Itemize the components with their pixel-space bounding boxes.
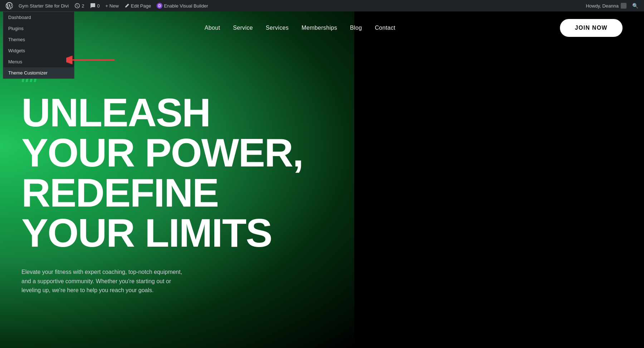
site-name[interactable]: Gym Starter Site for Divi [16, 0, 72, 11]
site-header: About Service Services Memberships Blog … [0, 11, 644, 44]
hero-slashes: //// [21, 66, 623, 86]
menu-item-menus[interactable]: Menus [3, 56, 74, 67]
admin-bar-right: Howdy, Deanna 🔍 [583, 0, 641, 11]
admin-search-button[interactable]: 🔍 [629, 0, 641, 11]
wp-dropdown-menu: Dashboard Plugins Themes Widgets Menus T… [3, 11, 74, 79]
user-avatar [621, 3, 626, 9]
nav-memberships[interactable]: Memberships [302, 25, 337, 31]
comments-count: 0 [97, 3, 99, 9]
new-content-button[interactable]: + New [103, 0, 122, 11]
hero-subtext: Elevate your fitness with expert coachin… [21, 267, 182, 295]
nav-service[interactable]: Service [233, 25, 253, 31]
edit-page-button[interactable]: Edit Page [122, 0, 154, 11]
menu-item-widgets[interactable]: Widgets [3, 45, 74, 56]
divi-icon: D [157, 3, 162, 9]
menu-item-themes[interactable]: Themes [3, 34, 74, 45]
edit-page-label: Edit Page [131, 3, 151, 9]
comments-button[interactable]: 0 [87, 0, 102, 11]
nav-services[interactable]: Services [266, 25, 289, 31]
menu-item-plugins[interactable]: Plugins [3, 23, 74, 34]
menu-item-theme-customizer[interactable]: Theme Customizer [3, 67, 74, 78]
howdy-text: Howdy, Deanna [586, 3, 619, 9]
nav-contact[interactable]: Contact [375, 25, 395, 31]
hero-section: //// UNLEASH YOUR POWER, REDEFINE YOUR L… [0, 44, 644, 309]
nav-about[interactable]: About [205, 25, 220, 31]
menu-item-dashboard[interactable]: Dashboard [3, 12, 74, 23]
arrow-annotation [66, 53, 116, 67]
user-menu[interactable]: Howdy, Deanna [583, 0, 629, 11]
site-nav: About Service Services Memberships Blog … [40, 25, 560, 31]
revisions-count: 2 [82, 3, 84, 9]
divi-builder-button[interactable]: D Enable Visual Builder [154, 0, 211, 11]
divi-label: Enable Visual Builder [164, 3, 208, 9]
hero-headline: UNLEASH YOUR POWER, REDEFINE YOUR LIMITS [21, 93, 308, 253]
wp-logo-button[interactable]: Dashboard Plugins Themes Widgets Menus T… [3, 0, 16, 11]
admin-bar: Dashboard Plugins Themes Widgets Menus T… [0, 0, 644, 11]
join-now-button[interactable]: JOIN NOW [560, 19, 623, 37]
nav-blog[interactable]: Blog [350, 25, 362, 31]
revisions-button[interactable]: 2 [72, 0, 87, 11]
